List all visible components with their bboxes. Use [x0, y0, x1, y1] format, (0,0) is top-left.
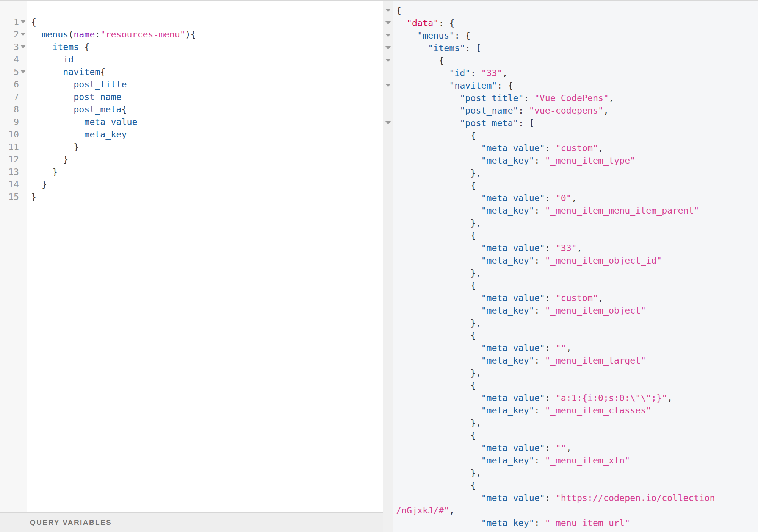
code-line[interactable]: menus(name:"resources-menu"){: [31, 28, 383, 41]
code-line[interactable]: }: [31, 153, 383, 165]
fold-slot: [19, 66, 27, 78]
code-line[interactable]: post_meta{: [31, 103, 383, 115]
gutter-row: [383, 142, 393, 154]
code-token: "0": [556, 193, 572, 203]
code-token: id: [63, 54, 74, 64]
code-token: [396, 18, 407, 28]
code-token: navitem: [63, 67, 100, 77]
code-token: [396, 193, 481, 203]
code-token: "meta_value": [481, 443, 545, 453]
code-token: ,: [503, 68, 508, 78]
code-token: ,: [449, 505, 454, 515]
code-token: {: [396, 130, 476, 140]
fold-arrow-icon[interactable]: [385, 9, 391, 12]
code-token: {: [396, 380, 476, 390]
code-token: "meta_value": [481, 193, 545, 203]
fold-arrow-icon[interactable]: [20, 33, 26, 36]
code-token: (: [68, 29, 74, 39]
code-line[interactable]: }: [31, 140, 383, 153]
code-line[interactable]: meta_value: [31, 115, 383, 128]
code-token: {: [449, 18, 454, 28]
code-token: "resources-menu": [100, 29, 185, 39]
code-line[interactable]: }: [31, 190, 383, 203]
code-token: [31, 42, 52, 52]
fold-arrow-icon[interactable]: [20, 45, 26, 48]
code-line: },: [396, 217, 758, 229]
code-token: :: [470, 68, 481, 78]
code-token: items: [52, 42, 79, 52]
fold-slot: [19, 78, 27, 90]
code-line[interactable]: }: [31, 178, 383, 190]
code-token: post_name: [74, 92, 121, 102]
code-token: [396, 243, 481, 253]
fold-arrow-icon[interactable]: [385, 46, 391, 50]
code-line[interactable]: {: [31, 16, 383, 28]
query-variables-title: QUERY VARIABLES: [30, 518, 112, 527]
code-token: },: [396, 268, 481, 278]
gutter-row: [383, 279, 393, 292]
gutter-row: 1: [0, 16, 27, 28]
fold-slot: [19, 178, 27, 190]
code-line: },: [396, 367, 758, 379]
fold-arrow-icon[interactable]: [385, 121, 391, 125]
fold-arrow-icon[interactable]: [20, 70, 26, 73]
fold-arrow-icon[interactable]: [385, 59, 391, 62]
query-editor[interactable]: { menus(name:"resources-menu"){ items { …: [27, 16, 383, 203]
gutter-row: [383, 154, 393, 167]
code-token: {: [396, 480, 476, 490]
fold-arrow-icon[interactable]: [385, 21, 391, 25]
code-line: },: [396, 317, 758, 329]
code-token: "_menu_item_menu_item_parent": [545, 205, 699, 215]
code-line: "post_meta": [: [396, 117, 758, 129]
code-token: :: [465, 43, 476, 53]
gutter-row: [383, 479, 393, 491]
code-line: "meta_key": "_menu_item_url": [396, 516, 758, 529]
code-line[interactable]: navitem{: [31, 66, 383, 78]
code-token: "": [556, 443, 566, 453]
code-token: "_menu_item_url": [545, 518, 630, 528]
line-number: 8: [0, 103, 19, 115]
code-token: ,: [577, 243, 582, 253]
code-token: },: [396, 218, 481, 228]
code-token: {: [79, 42, 89, 52]
gutter-row: [383, 204, 393, 217]
gutter-row: 7: [0, 90, 27, 103]
fold-arrow-icon[interactable]: [20, 20, 26, 23]
code-line[interactable]: }: [31, 165, 383, 178]
code-token: ,: [566, 443, 572, 453]
code-line[interactable]: post_title: [31, 78, 383, 90]
code-line[interactable]: meta_key: [31, 128, 383, 140]
fold-arrow-icon[interactable]: [385, 84, 391, 87]
gutter-row: 8: [0, 103, 27, 115]
code-token: {: [508, 80, 513, 90]
code-token: "post_meta": [460, 118, 518, 128]
query-variables-header[interactable]: QUERY VARIABLES: [0, 512, 383, 532]
code-token: ){: [185, 29, 196, 39]
code-token: },: [396, 418, 481, 428]
code-line: {: [396, 179, 758, 192]
gutter-row: [383, 354, 393, 367]
code-token: {: [396, 55, 444, 66]
code-line: },: [396, 466, 758, 479]
result-fold-gutter-rows: [383, 4, 393, 532]
code-token: "menus": [417, 30, 454, 41]
query-editor-pane: 123456789101112131415 { menus(name:"reso…: [0, 1, 383, 532]
code-token: [396, 493, 481, 503]
fold-arrow-icon[interactable]: [385, 34, 391, 37]
result-viewer[interactable]: { "data": { "menus": { "items": [ { "id"…: [393, 4, 758, 532]
gutter-row: [383, 254, 393, 267]
code-line: {: [396, 329, 758, 342]
code-line: "meta_key": "_menu_item_type": [396, 154, 758, 167]
gutter-row: 13: [0, 165, 27, 178]
code-line[interactable]: items {: [31, 41, 383, 53]
gutter-row: [383, 179, 393, 192]
gutter-row: [383, 242, 393, 254]
code-line[interactable]: post_name: [31, 90, 383, 103]
code-line[interactable]: id: [31, 53, 383, 66]
code-token: }: [31, 167, 58, 177]
code-line: {: [396, 429, 758, 442]
code-token: "meta_key": [481, 518, 534, 528]
gutter-row: 11: [0, 140, 27, 153]
gutter-row: [383, 17, 393, 29]
code-token: "meta_key": [481, 205, 534, 215]
